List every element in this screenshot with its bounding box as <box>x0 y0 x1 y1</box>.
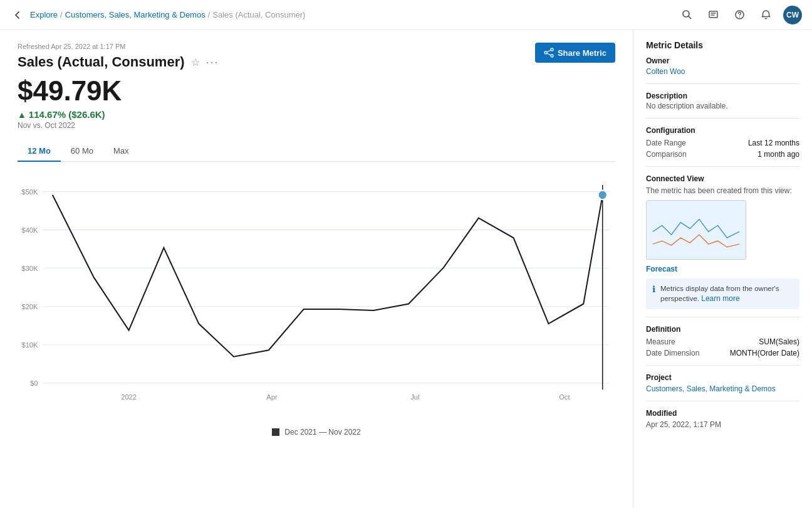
measure-value: SUM(Sales) <box>759 337 799 346</box>
connected-view-thumbnail[interactable] <box>646 200 746 260</box>
share-icon <box>544 48 554 58</box>
metric-title: Sales (Actual, Consumer) <box>18 54 185 70</box>
refreshed-text: Refreshed Apr 25, 2022 at 1:17 PM <box>18 43 535 50</box>
more-options-icon[interactable]: ··· <box>206 56 219 69</box>
forecast-link[interactable]: Forecast <box>646 265 799 273</box>
learn-more-link[interactable]: Learn more <box>701 294 739 303</box>
info-icon: ℹ <box>652 284 655 294</box>
connected-view-label: Connected View <box>646 174 799 183</box>
chart-legend: Dec 2021 — Nov 2022 <box>18 428 615 437</box>
info-text: Metrics display data from the owner's pe… <box>660 283 793 304</box>
star-icon[interactable]: ☆ <box>191 56 200 68</box>
divider-4 <box>646 317 799 317</box>
date-range-row: Date Range Last 12 months <box>646 139 799 147</box>
divider-2 <box>646 118 799 119</box>
svg-text:$0: $0 <box>30 379 38 387</box>
tab-max[interactable]: Max <box>103 141 139 162</box>
breadcrumb-customers[interactable]: Customers, Sales, Marketing & Demos <box>65 10 206 19</box>
line-chart: $50K $40K $30K $20K $10K $0 2022 Apr Jul… <box>18 172 615 423</box>
breadcrumb-explore[interactable]: Explore <box>30 10 58 19</box>
legend-color-dot <box>272 428 279 436</box>
date-range-label: Date Range <box>646 139 686 147</box>
time-tabs: 12 Mo 60 Mo Max <box>18 141 615 162</box>
metric-details-title: Metric Details <box>646 40 799 50</box>
change-value: 114.67% ($26.6K) <box>29 109 105 120</box>
header-area: Refreshed Apr 25, 2022 at 1:17 PM Sales … <box>18 43 615 75</box>
metric-comparison: Nov vs. Oct 2022 <box>18 121 615 130</box>
svg-text:$40K: $40K <box>21 226 38 234</box>
owner-value[interactable]: Colten Woo <box>646 67 685 76</box>
svg-text:Apr: Apr <box>266 393 278 401</box>
comparison-row: Comparison 1 month ago <box>646 150 799 159</box>
metric-value: $49.79K <box>18 75 615 107</box>
share-metric-button[interactable]: Share Metric <box>535 43 615 63</box>
definition-label: Definition <box>646 325 799 334</box>
svg-point-3 <box>739 16 740 18</box>
description-row: Description No description available. <box>646 92 799 110</box>
main-container: Refreshed Apr 25, 2022 at 1:17 PM Sales … <box>0 30 812 508</box>
owner-row: Owner Colten Woo <box>646 56 799 76</box>
modified-value: Apr 25, 2022, 1:17 PM <box>646 420 799 429</box>
chart-area: $50K $40K $30K $20K $10K $0 2022 Apr Jul… <box>18 172 615 423</box>
svg-text:$20K: $20K <box>21 303 38 310</box>
divider-3 <box>646 166 799 167</box>
svg-text:$10K: $10K <box>21 341 38 349</box>
svg-text:2022: 2022 <box>121 393 137 401</box>
configuration-label: Configuration <box>646 126 799 135</box>
svg-rect-1 <box>709 11 717 18</box>
header-left: Refreshed Apr 25, 2022 at 1:17 PM Sales … <box>18 43 535 75</box>
svg-text:$50K: $50K <box>21 188 38 196</box>
breadcrumb-current: Sales (Actual, Consumer) <box>212 10 305 19</box>
svg-point-5 <box>544 51 547 54</box>
back-button[interactable] <box>10 8 25 23</box>
nav-right: CW <box>678 6 802 24</box>
measure-row: Measure SUM(Sales) <box>646 337 799 346</box>
date-dimension-value: MONTH(Order Date) <box>730 349 799 357</box>
breadcrumb: Explore / Customers, Sales, Marketing & … <box>30 10 305 19</box>
avatar[interactable]: CW <box>783 6 802 24</box>
svg-point-4 <box>551 48 553 51</box>
tab-60mo[interactable]: 60 Mo <box>61 141 103 162</box>
svg-point-6 <box>551 55 553 57</box>
project-label: Project <box>646 373 799 382</box>
left-panel: Refreshed Apr 25, 2022 at 1:17 PM Sales … <box>0 30 633 508</box>
thumbnail-chart <box>647 201 746 260</box>
date-range-value: Last 12 months <box>748 139 799 147</box>
svg-rect-25 <box>647 201 746 260</box>
metric-change: ▲ 114.67% ($26.6K) <box>18 109 615 120</box>
header-right: Share Metric <box>535 43 615 63</box>
metric-title-row: Sales (Actual, Consumer) ☆ ··· <box>18 54 535 70</box>
owner-label: Owner <box>646 56 799 65</box>
date-dimension-row: Date Dimension MONTH(Order Date) <box>646 349 799 357</box>
svg-text:Jul: Jul <box>410 393 419 401</box>
help-button[interactable] <box>731 6 748 24</box>
create-button[interactable] <box>704 6 722 24</box>
description-label: Description <box>646 92 799 100</box>
change-arrow-icon: ▲ <box>18 110 26 120</box>
divider-5 <box>646 365 799 366</box>
svg-text:$30K: $30K <box>21 265 38 272</box>
project-value[interactable]: Customers, Sales, Marketing & Demos <box>646 384 799 393</box>
divider-6 <box>646 401 799 401</box>
comparison-value: 1 month ago <box>757 150 799 159</box>
description-value: No description available. <box>646 102 799 110</box>
svg-point-24 <box>598 190 607 199</box>
notifications-button[interactable] <box>757 6 774 24</box>
legend-label: Dec 2021 — Nov 2022 <box>284 428 360 437</box>
modified-label: Modified <box>646 409 799 418</box>
date-dimension-label: Date Dimension <box>646 349 699 357</box>
divider-1 <box>646 83 799 84</box>
nav-left: Explore / Customers, Sales, Marketing & … <box>10 8 305 23</box>
topnav: Explore / Customers, Sales, Marketing & … <box>0 0 812 30</box>
svg-text:Oct: Oct <box>559 393 570 401</box>
right-panel: Metric Details Owner Colten Woo Descript… <box>633 30 812 508</box>
info-box: ℹ Metrics display data from the owner's … <box>646 278 799 309</box>
tab-12mo[interactable]: 12 Mo <box>18 141 61 162</box>
comparison-label: Comparison <box>646 150 687 159</box>
connected-view-desc: The metric has been created from this vi… <box>646 186 799 195</box>
search-button[interactable] <box>678 6 695 24</box>
measure-label: Measure <box>646 337 675 346</box>
